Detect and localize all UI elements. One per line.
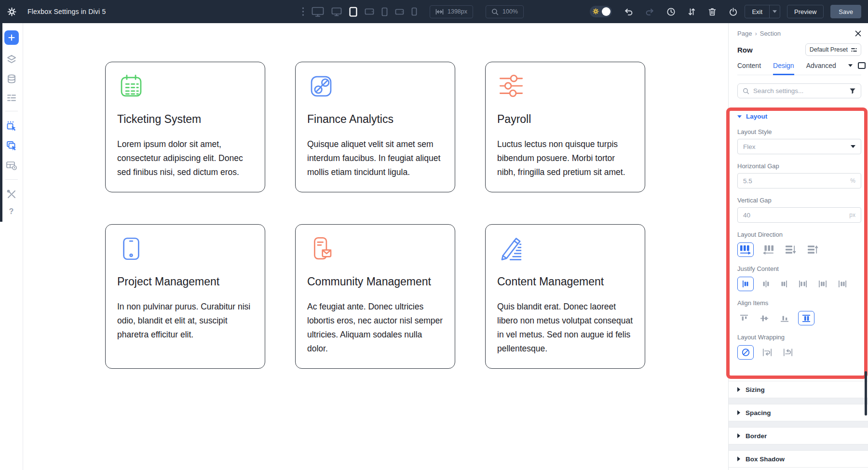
section-box-shadow[interactable]: Box Shadow: [729, 450, 868, 468]
breadcrumb-section[interactable]: Section: [760, 30, 781, 37]
select-module-icon[interactable]: [6, 121, 17, 131]
card-title: Project Management: [117, 275, 253, 288]
chevron-down-icon[interactable]: [848, 64, 853, 67]
tools-icon[interactable]: [6, 189, 17, 200]
phone-portrait-icon[interactable]: [381, 7, 388, 16]
search-placeholder: Search settings...: [753, 87, 803, 94]
section-spacing[interactable]: Spacing: [729, 404, 868, 421]
breadcrumb-page[interactable]: Page: [737, 30, 752, 37]
gear-icon[interactable]: [7, 7, 16, 16]
justify-center-icon[interactable]: [760, 277, 772, 291]
desktop-large-icon[interactable]: [312, 7, 324, 17]
add-module-button[interactable]: [4, 30, 19, 45]
more-dots-icon[interactable]: [302, 7, 304, 16]
tab-advanced[interactable]: Advanced: [806, 62, 836, 75]
viewport-width-value: 1398px: [448, 8, 467, 15]
desktop-small-icon[interactable]: [331, 7, 342, 16]
section-border[interactable]: Border: [729, 427, 868, 444]
sliders-icon: [497, 72, 633, 100]
tablet-landscape-icon[interactable]: [365, 8, 374, 15]
justify-flex-end-icon[interactable]: [778, 277, 790, 291]
layers-icon[interactable]: [6, 54, 17, 65]
card-community-management[interactable]: Community Management Ac feugiat ante. Do…: [295, 224, 455, 369]
card-ticketing-system[interactable]: Ticketing System Lorem ipsum dolor sit a…: [105, 62, 265, 192]
sidebar-divider: [5, 111, 18, 111]
vertical-gap-input[interactable]: 40 px: [737, 207, 861, 223]
calendar-icon: [117, 72, 253, 100]
database-icon[interactable]: [6, 74, 17, 84]
justify-space-between-icon[interactable]: [796, 277, 810, 291]
justify-space-around-icon[interactable]: [816, 277, 829, 291]
tab-content[interactable]: Content: [737, 62, 761, 75]
breadcrumb: Page › Section: [737, 30, 861, 37]
align-center-icon[interactable]: [758, 311, 772, 325]
align-flex-start-icon[interactable]: [737, 311, 751, 325]
filter-icon[interactable]: [849, 88, 856, 94]
tablet-portrait-icon[interactable]: [349, 7, 357, 17]
layout-direction-options: [737, 242, 861, 257]
justify-content-label: Justify Content: [737, 265, 861, 272]
card-title: Ticketing System: [117, 113, 253, 126]
card-body: Lorem ipsum dolor sit amet, consectetur …: [117, 137, 253, 179]
select-row-icon[interactable]: [6, 140, 17, 151]
left-sidebar: ?: [0, 23, 23, 470]
undo-icon[interactable]: [624, 7, 633, 16]
horizontal-gap-unit: %: [850, 177, 855, 184]
exit-button[interactable]: Exit: [745, 5, 780, 18]
settings-search[interactable]: Search settings...: [737, 83, 861, 98]
preset-label: Default Preset: [810, 46, 848, 53]
card-payroll[interactable]: Payroll Luctus lectus non quisque turpis…: [485, 62, 645, 192]
section-gap: [729, 421, 868, 427]
layout-style-select[interactable]: Flex: [737, 139, 861, 154]
card-body: In non pulvinar purus. Curabitur nisi od…: [117, 300, 253, 342]
layout-section-header[interactable]: Layout: [737, 113, 861, 120]
caret-right-icon: [737, 410, 740, 415]
viewport-width-input[interactable]: 1398px: [430, 5, 473, 18]
align-stretch-icon[interactable]: [798, 311, 814, 325]
direction-column-icon[interactable]: [783, 242, 799, 257]
tab-design[interactable]: Design: [773, 62, 794, 75]
redo-icon[interactable]: [645, 7, 654, 16]
phone-landscape-icon[interactable]: [395, 9, 404, 15]
direction-row-reverse-icon[interactable]: [760, 242, 776, 257]
help-icon[interactable]: ?: [9, 207, 14, 216]
preview-button[interactable]: Preview: [787, 5, 824, 18]
horizontal-gap-input[interactable]: 5.5 %: [737, 173, 861, 188]
card-body: Ac feugiat ante. Donec ultricies loborti…: [307, 300, 443, 356]
card-finance-analytics[interactable]: Finance Analytics Quisque aliquet velit …: [295, 62, 455, 192]
close-icon[interactable]: [855, 30, 861, 37]
wrap-none-icon[interactable]: [737, 345, 754, 360]
sort-arrows-icon[interactable]: [688, 7, 696, 16]
power-icon[interactable]: [729, 7, 738, 16]
wrap-icon[interactable]: [760, 345, 774, 360]
save-label: Save: [831, 8, 861, 15]
wireframe-icon[interactable]: [7, 94, 16, 102]
panel-scrollbar-thumb[interactable]: [865, 371, 867, 416]
section-sizing[interactable]: Sizing: [729, 381, 868, 398]
justify-flex-start-icon[interactable]: [737, 277, 754, 291]
align-baseline-icon[interactable]: [778, 311, 792, 325]
save-button[interactable]: Save: [830, 5, 861, 18]
table-options-icon[interactable]: [6, 160, 17, 171]
phone-small-icon[interactable]: [411, 7, 417, 16]
builder-mode-toggle[interactable]: [590, 6, 612, 17]
justify-content-options: [737, 277, 861, 291]
direction-row-icon[interactable]: [737, 242, 754, 257]
card-project-management[interactable]: Project Management In non pulvinar purus…: [105, 224, 265, 369]
zoom-input[interactable]: 100%: [486, 5, 524, 18]
card-content-management[interactable]: Content Management Quis blandit erat. Do…: [485, 224, 645, 369]
vertical-gap-value: 40: [743, 212, 750, 219]
direction-column-reverse-icon[interactable]: [805, 242, 821, 257]
justify-space-evenly-icon[interactable]: [836, 277, 849, 291]
exit-dropdown-caret[interactable]: [769, 5, 780, 18]
history-icon[interactable]: [666, 7, 676, 16]
toggle-knob: [602, 7, 610, 16]
card-title: Payroll: [497, 113, 633, 126]
trash-icon[interactable]: [708, 7, 717, 16]
card-title: Community Management: [307, 275, 443, 288]
preset-button[interactable]: Default Preset: [805, 43, 861, 56]
card-body: Quisque aliquet velit sit amet sem inter…: [307, 137, 443, 179]
pencil-lines-icon: [497, 235, 633, 263]
hover-state-icon[interactable]: [858, 62, 866, 69]
wrap-reverse-icon[interactable]: [781, 345, 795, 360]
